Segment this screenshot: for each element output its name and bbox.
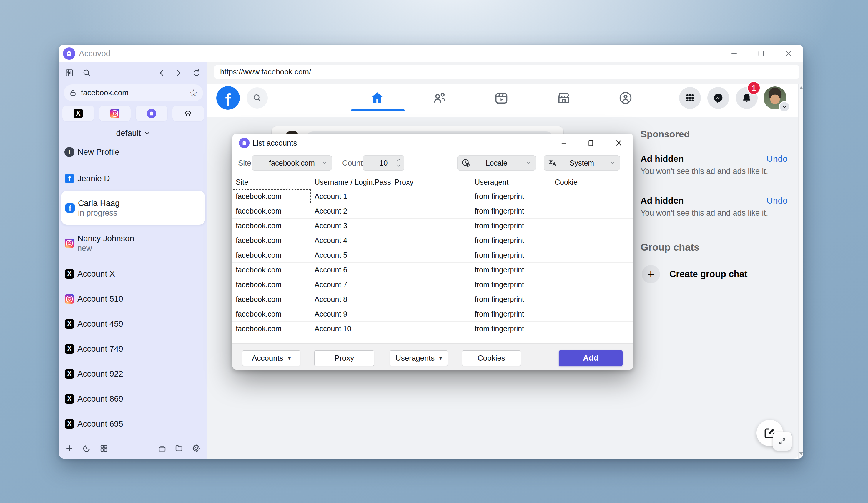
cell-site[interactable]: facebook.com xyxy=(232,233,311,248)
cell-useragent[interactable]: from fingerprint xyxy=(471,307,551,321)
site-select[interactable]: facebook.com xyxy=(252,155,332,171)
table-row[interactable]: facebook.com Account 5 from fingerprint xyxy=(232,248,633,263)
dialog-minimize-button[interactable] xyxy=(555,134,574,153)
account-chevron-icon[interactable] xyxy=(779,101,790,112)
cell-cookie[interactable] xyxy=(551,219,633,233)
table-row[interactable]: facebook.com Account 1 from fingerprint xyxy=(232,189,633,204)
cell-site[interactable]: facebook.com xyxy=(232,307,311,321)
cell-username[interactable]: Account 10 xyxy=(311,322,391,336)
cell-useragent[interactable]: from fingerprint xyxy=(471,322,551,336)
accounts-dropdown-button[interactable]: Accounts ▾ xyxy=(242,350,300,366)
reload-icon[interactable] xyxy=(191,68,202,78)
profile-item[interactable]: Carla Haag in progress xyxy=(61,191,205,225)
cell-username[interactable]: Account 4 xyxy=(311,233,391,248)
tab-accovod[interactable] xyxy=(136,106,167,121)
cell-site[interactable]: facebook.com xyxy=(232,219,311,233)
profile-item[interactable]: Account 695 xyxy=(59,411,207,436)
scroll-down-icon[interactable] xyxy=(799,452,803,455)
add-icon[interactable] xyxy=(64,443,75,453)
cell-site[interactable]: facebook.com xyxy=(232,248,311,262)
cell-cookie[interactable] xyxy=(551,277,633,292)
cell-useragent[interactable]: from fingerprint xyxy=(471,277,551,292)
archive-icon[interactable] xyxy=(157,443,167,453)
facebook-friends-tab[interactable] xyxy=(431,90,448,106)
window-minimize-button[interactable] xyxy=(725,45,743,62)
undo-link[interactable]: Undo xyxy=(766,196,788,206)
tab-x[interactable] xyxy=(62,106,94,121)
count-spinner[interactable]: 10 xyxy=(363,155,404,171)
profile-item[interactable]: Nancy Johnson new xyxy=(59,231,207,255)
cell-cookie[interactable] xyxy=(551,307,633,321)
cell-cookie[interactable] xyxy=(551,263,633,277)
cell-proxy[interactable] xyxy=(391,263,471,277)
search-icon[interactable] xyxy=(82,68,92,78)
cookies-button[interactable]: Cookies xyxy=(462,350,521,366)
cell-proxy[interactable] xyxy=(391,277,471,292)
cell-useragent[interactable]: from fingerprint xyxy=(471,233,551,248)
folder-icon[interactable] xyxy=(174,443,184,453)
undo-link[interactable]: Undo xyxy=(766,154,788,164)
profile-item[interactable]: Jeanie D xyxy=(59,166,207,191)
cell-username[interactable]: Account 6 xyxy=(311,263,391,277)
cell-cookie[interactable] xyxy=(551,292,633,306)
cell-cookie[interactable] xyxy=(551,189,633,203)
facebook-search-button[interactable] xyxy=(247,87,268,108)
settings-gear-icon[interactable] xyxy=(191,443,202,453)
cell-useragent[interactable]: from fingerprint xyxy=(471,292,551,306)
cell-username[interactable]: Account 3 xyxy=(311,219,391,233)
dark-mode-icon[interactable] xyxy=(82,443,92,453)
cell-proxy[interactable] xyxy=(391,189,471,203)
create-group-chat-button[interactable]: + Create group chat xyxy=(641,264,747,284)
profile-item[interactable]: Account X xyxy=(59,261,207,286)
facebook-watch-tab[interactable] xyxy=(493,90,510,106)
cell-site[interactable]: facebook.com xyxy=(232,322,311,336)
apps-grid-icon[interactable] xyxy=(99,443,109,453)
locale-select[interactable]: Locale xyxy=(457,155,536,171)
window-close-button[interactable] xyxy=(780,45,797,62)
table-row[interactable]: facebook.com Account 2 from fingerprint xyxy=(232,204,633,219)
system-language-select[interactable]: System xyxy=(544,155,620,171)
new-profile-button[interactable]: + New Profile xyxy=(59,139,207,165)
scroll-up-icon[interactable] xyxy=(799,86,803,90)
cell-username[interactable]: Account 8 xyxy=(311,292,391,306)
table-row[interactable]: facebook.com Account 6 from fingerprint xyxy=(232,263,633,277)
dialog-maximize-button[interactable] xyxy=(581,134,600,153)
sidebar-url-bar[interactable]: facebook.com ☆ xyxy=(64,84,203,101)
dialog-close-button[interactable] xyxy=(609,134,628,153)
cell-proxy[interactable] xyxy=(391,219,471,233)
forward-icon[interactable] xyxy=(173,68,184,78)
table-row[interactable]: facebook.com Account 3 from fingerprint xyxy=(232,219,633,233)
cell-useragent[interactable]: from fingerprint xyxy=(471,248,551,262)
cell-cookie[interactable] xyxy=(551,322,633,336)
address-bar[interactable]: https://www.facebook.com/ xyxy=(214,65,799,79)
resize-handle-button[interactable] xyxy=(773,431,792,451)
dialog-title-bar[interactable]: List accounts xyxy=(232,134,633,153)
window-maximize-button[interactable] xyxy=(752,45,770,62)
useragents-dropdown-button[interactable]: Useragents ▾ xyxy=(390,350,448,366)
tab-fingerprint[interactable] xyxy=(173,106,204,121)
back-icon[interactable] xyxy=(156,68,167,78)
cell-username[interactable]: Account 9 xyxy=(311,307,391,321)
cell-proxy[interactable] xyxy=(391,248,471,262)
table-row[interactable]: facebook.com Account 9 from fingerprint xyxy=(232,307,633,322)
table-row[interactable]: facebook.com Account 8 from fingerprint xyxy=(232,292,633,307)
page-scrollbar[interactable] xyxy=(798,84,803,459)
messenger-button[interactable] xyxy=(707,87,729,109)
cell-proxy[interactable] xyxy=(391,322,471,336)
cell-useragent[interactable]: from fingerprint xyxy=(471,204,551,218)
profile-item[interactable]: Account 459 xyxy=(59,311,207,336)
table-row[interactable]: facebook.com Account 4 from fingerprint xyxy=(232,233,633,248)
table-row[interactable]: facebook.com Account 10 from fingerprint xyxy=(232,322,633,336)
cell-useragent[interactable]: from fingerprint xyxy=(471,219,551,233)
profile-item[interactable]: Account 510 xyxy=(59,286,207,311)
cell-username[interactable]: Account 1 xyxy=(311,189,391,203)
cell-cookie[interactable] xyxy=(551,248,633,262)
group-selector[interactable]: default xyxy=(59,126,207,141)
add-button[interactable]: Add xyxy=(559,350,623,366)
cell-proxy[interactable] xyxy=(391,204,471,218)
cell-cookie[interactable] xyxy=(551,204,633,218)
facebook-groups-tab[interactable] xyxy=(617,90,634,106)
cell-site[interactable]: facebook.com xyxy=(232,292,311,306)
sidebar-toggle-icon[interactable] xyxy=(64,68,75,78)
cell-proxy[interactable] xyxy=(391,233,471,248)
